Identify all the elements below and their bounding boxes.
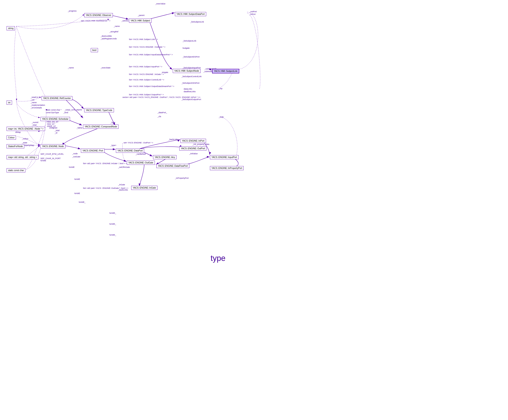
diagram-label: NAME_ [109, 212, 116, 214]
diagram-label: loutgate [183, 47, 190, 49]
node-map_int_yacs_engine: map< int, YACS::ENGINE ::Node * > [7, 127, 45, 131]
diagram-label: _listSubjectInputPort [183, 67, 201, 69]
diagram-label: _initValue [189, 153, 198, 155]
diagram-label: _askRegisterUndo [101, 37, 117, 40]
diagram-label: _subNode [203, 70, 212, 73]
diagram-label: _father [76, 127, 83, 129]
diagram-label: _cla [157, 115, 161, 118]
diagram-label: _type+ [111, 144, 116, 147]
node-yacs_engine_inputport: YACS::ENGINE::InputPort [210, 155, 239, 159]
diagram-label: FED_DS_ST [47, 121, 58, 123]
node-yacs_engine_typecode: YACS::ENGINE::TypeCode [84, 108, 114, 112]
diagram-label: list< YACS::HMI::Subject InputDataStream… [129, 53, 173, 56]
node-yacs_engine_composednode: YACS::ENGINE::ComposedNode [83, 125, 119, 129]
diagram-label: NAME_ [109, 223, 116, 225]
node-yacs_engine_port: YACS::ENGINE::Port [81, 149, 105, 153]
node-int: int [7, 101, 12, 105]
diagram-label: _listSubjectControlLink [181, 75, 202, 78]
diagram-label: NAME [40, 160, 46, 162]
diagram-container: stringintboolColourStatesForNodestatic c… [0, 0, 508, 420]
node-yacs_hmi_subjectlink: YACS::HMI::SubjectLink [212, 69, 239, 74]
node-yacs_hmi_subjectnode: YACS::HMI::SubjectNode [173, 69, 201, 73]
node-yacs_engine_dataport: YACS::ENGINE::DataPort [116, 149, 144, 153]
diagram-label: _inp [219, 87, 222, 90]
diagram-label: list< std::pair< YACS ::ENGINE::OutGate … [83, 187, 128, 189]
node-yacs_engine_inport: YACS::ENGINE::InPort [180, 139, 206, 143]
node-yacs_engine_ingate: YACS::ENGINE::InGate [131, 186, 157, 190]
node-yacs_engine_schedular: YACS::ENGINE::Schedular [40, 117, 70, 121]
node-string: string [7, 26, 15, 30]
diagram-label: _KIND_STR_REPR [65, 109, 82, 111]
diagram-label: _outGate [72, 155, 80, 158]
diagram-label: _inGate [118, 184, 125, 186]
diagram-label: _name [68, 67, 74, 69]
diagram-label: _init_property_data [193, 143, 209, 145]
diagram-label: set< YACS::HMI::GuiObserver * > [81, 20, 111, 22]
diagram-label: _id [55, 132, 57, 134]
node-yacs_engine_outgate: YACS::ENGINE::OutGate [127, 161, 155, 165]
node-yacs_engine_inpropertyport: YACS::ENGINE::InPropertyPort [210, 166, 244, 170]
diagram-label: NAME_ [79, 201, 85, 203]
type-label: type [211, 254, 225, 263]
diagram-label: static const char * [46, 109, 61, 111]
diagram-label: _listSubjectODSPort [181, 82, 199, 84]
node-yacs_hmi_subject: YACS::HMI::Subject [129, 19, 151, 23]
diagram-label: set< YACS::ENGINE ::OutPort * > [124, 142, 153, 144]
diagram-label: dataLinks [184, 88, 192, 90]
node-map_std_string: map< std::string, std ::string > [7, 155, 38, 159]
diagram-label: list< YACS::HMI::Subject OutputPort * > [129, 94, 164, 96]
diagram-label: _type [111, 121, 115, 124]
node-yacs_engine_dataflowport: YACS::ENGINE::DataFlowPort [156, 164, 189, 168]
diagram-label: list< YACS::YACS::ENGINE ::OutGate * > [129, 46, 165, 48]
diagram-label: _inPort [249, 13, 256, 15]
diagram-label: _listSubjectOutputPort [181, 98, 201, 101]
diagram-label: list< YACS::HMI::Subject OutputDataStrea… [129, 85, 174, 87]
node-yacs_engine_observer: YACS::ENGINE::Observer [84, 13, 113, 17]
diagram-label: _stringRef [109, 31, 118, 33]
diagram-label: list< YACS::YACS::ENGINE ::InGate * > [129, 73, 164, 75]
diagram-label: const DynType [46, 111, 59, 114]
diagram-label: _outp [219, 116, 224, 118]
diagram-label: _errorDetails [31, 107, 42, 109]
diagram-label: _listSubjectLink [190, 21, 204, 23]
node-colour: Colour [7, 135, 16, 140]
diagram-label: _name [31, 101, 37, 103]
diagram-label: _setOfInGate [118, 166, 130, 168]
diagram-label: _progress [68, 10, 76, 12]
diagram-label: NAME [69, 166, 75, 168]
node-yacs_hmi_subjectdataport: YACS::HMI::SubjectDataPort [175, 12, 206, 16]
diagram-label: _execState [101, 67, 111, 69]
node-static_const_char: static const char [7, 168, 25, 172]
diagram-label: SEP_CHAR_BTW_LEVEL [40, 153, 64, 155]
node-yacs_engine_node: YACS::ENGINE::Node [40, 144, 65, 148]
diagram-arrows [0, 0, 508, 420]
diagram-label: _numId [32, 121, 38, 124]
diagram-label: unsigned [49, 127, 57, 129]
diagram-label: _kind [63, 111, 68, 114]
diagram-label: NAME [74, 192, 80, 194]
diagram-label: _colour [22, 138, 29, 140]
diagram-label: _total [32, 124, 37, 126]
diagram-label: _listSubjectIDSPort [183, 56, 200, 58]
diagram-label: _execValue [155, 3, 165, 5]
diagram-label: _cnt [31, 99, 34, 101]
diagram-label: list< YACS::HMI::Subject InputPort * > [129, 66, 162, 68]
diagram-label: _state [22, 142, 27, 144]
diagram-label: SEP_CHAR_IN_PORT [40, 157, 60, 160]
diagram-label: NAME_ [109, 234, 116, 236]
diagram-label: _destructible [101, 35, 112, 37]
diagram-label: list< std::pair< YACS ::ENGINE::InGate *… [83, 162, 127, 165]
node-yacs_engine_outport: YACS::ENGINE::OutPort [179, 147, 206, 151]
diagram-label: dataflowLinks [184, 90, 196, 93]
node-yacs_engine_refcounter: YACS::ENGINE::RefCounter [42, 96, 72, 100]
diagram-label: _inPropertyPort [175, 177, 189, 179]
diagram-label: _total [55, 129, 60, 132]
diagram-label: NAME [74, 178, 80, 180]
node-statesfornode: StatesForNode [7, 144, 24, 148]
diagram-label: _node [72, 153, 78, 155]
diagram-label: _listSubjectLink [183, 40, 196, 42]
diagram-label: _backLinks [168, 138, 178, 140]
diagram-label: FED_ST [47, 123, 55, 125]
diagram-label: _canBeNull [135, 153, 146, 155]
diagram-label: _implementation [31, 104, 45, 106]
